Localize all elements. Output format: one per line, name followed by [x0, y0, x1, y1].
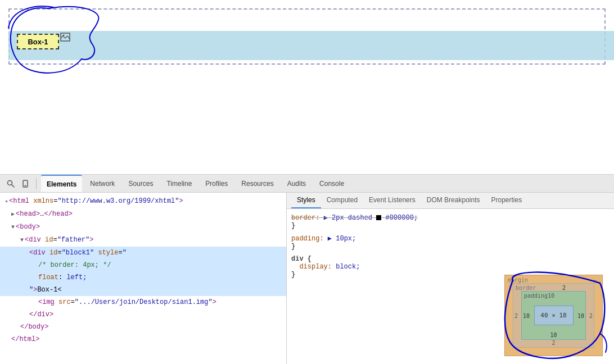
tab-sources[interactable]: Sources	[123, 175, 159, 192]
html-line: ▼<body>	[0, 221, 286, 234]
styles-tab-computed[interactable]: Computed	[321, 193, 363, 208]
border-label: border	[516, 285, 536, 291]
image-icon	[60, 33, 70, 43]
html-line: ▼<div id="father">	[0, 234, 286, 247]
mobile-icon[interactable]	[19, 178, 31, 190]
box-model-content: 40 × 18	[534, 306, 574, 325]
css-rule-padding: padding: ▶ 10px; }	[291, 234, 610, 251]
tab-elements[interactable]: Elements	[41, 175, 82, 192]
box-model-diagram: margin – border 2 padding10 10 10	[504, 275, 603, 356]
css-rule-border: border: ▶ 2px dashed #000000; }	[291, 213, 610, 230]
margin-label: margin	[508, 277, 528, 283]
box-model-padding: padding10 10 10 10 40 × 18	[521, 291, 586, 340]
tab-profiles[interactable]: Profiles	[200, 175, 233, 192]
svg-line-3	[12, 184, 15, 187]
border-left-value: 2	[514, 312, 518, 319]
html-line: ">Box-1<	[0, 284, 286, 296]
html-line: </html>	[0, 333, 286, 345]
margin-dash: –	[593, 277, 597, 283]
tab-console[interactable]: Console	[314, 175, 350, 192]
html-line: ▶<head>…</head>	[0, 208, 286, 221]
box1-label: Box-1	[28, 38, 48, 46]
border-bottom-value: 2	[552, 340, 555, 346]
devtools-content: ◂<html xmlns="http://www.w3.org/1999/xht…	[0, 193, 614, 364]
box1-element: Box-1	[17, 34, 59, 49]
html-line-selected: <div id="block1" style="	[0, 247, 286, 259]
padding-left-value: 10	[523, 312, 530, 319]
padding-right-value: 10	[577, 312, 584, 319]
html-line: </body>	[0, 321, 286, 333]
border-right-value: 2	[589, 312, 593, 319]
html-line: float: left;	[0, 271, 286, 284]
tab-resources[interactable]: Resources	[236, 175, 279, 192]
html-panel[interactable]: ◂<html xmlns="http://www.w3.org/1999/xht…	[0, 193, 287, 364]
styles-tab-dom-breakpoints[interactable]: DOM Breakpoints	[421, 193, 486, 208]
browser-viewport: Box-1	[0, 0, 614, 174]
tab-timeline[interactable]: Timeline	[161, 175, 197, 192]
html-line: <img src=".../Users/join/Desktop/sian1.i…	[0, 296, 286, 308]
styles-tab-event-listeners[interactable]: Event Listeners	[363, 193, 421, 208]
styles-tab-styles[interactable]: Styles	[291, 193, 321, 208]
html-line: ◂<html xmlns="http://www.w3.org/1999/xht…	[0, 195, 286, 208]
devtools-toolbar: Elements Network Sources Timeline Profil…	[0, 175, 614, 193]
html-line: </div>	[0, 308, 286, 321]
padding-bottom-value: 10	[550, 332, 557, 338]
html-line: /* border: 4px; */	[0, 259, 286, 271]
blue-float-element	[8, 31, 614, 60]
search-icon[interactable]	[4, 178, 17, 190]
box-model-border: border 2 padding10 10 10 10 40	[513, 283, 594, 348]
devtools-panel: Elements Network Sources Timeline Profil…	[0, 174, 614, 364]
padding-label: padding10	[524, 293, 554, 299]
css-closing-brace: }	[291, 222, 295, 230]
toolbar-separator	[36, 178, 37, 189]
styles-panel: Styles Computed Event Listeners DOM Brea…	[287, 193, 614, 364]
tab-audits[interactable]: Audits	[282, 175, 311, 192]
tab-network[interactable]: Network	[84, 175, 120, 192]
styles-tab-properties[interactable]: Properties	[485, 193, 527, 208]
box-model-outer-margin: margin – border 2 padding10 10 10	[504, 275, 603, 356]
css-prop-border: border: ▶ 2px dashed #000000;	[291, 214, 418, 222]
border-value: 2	[562, 285, 566, 291]
svg-point-1	[63, 35, 65, 37]
styles-tabs: Styles Computed Event Listeners DOM Brea…	[287, 193, 614, 209]
